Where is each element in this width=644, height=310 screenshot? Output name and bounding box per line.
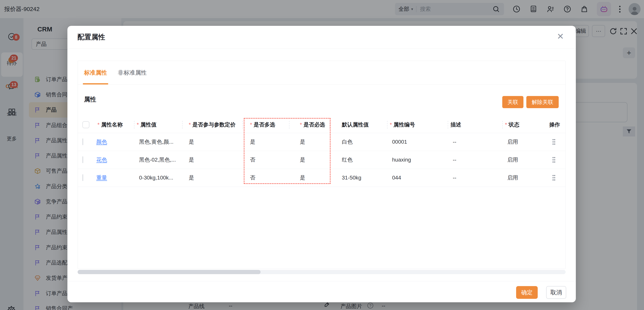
- cell-attr-value: 黑色,黄色,颜...: [134, 138, 182, 146]
- cell-param-pricing: 是: [182, 156, 242, 163]
- dialog-close-icon[interactable]: ✕: [555, 31, 566, 42]
- col-status: *状态: [502, 117, 536, 133]
- col-actions: 操作: [536, 117, 566, 133]
- associate-button[interactable]: 关联: [502, 96, 524, 108]
- attr-name-link[interactable]: 花色: [96, 157, 107, 163]
- required-mark: *: [98, 122, 100, 128]
- disassociate-button[interactable]: 解除关联: [526, 96, 559, 108]
- table-row: 花色 黑色-02,黑色,... 是 否 是 红色 huaxing -- 启用: [78, 151, 566, 169]
- section-title: 属性: [84, 95, 96, 104]
- divider: [68, 49, 576, 49]
- col-attr-value: *属性值: [134, 117, 182, 133]
- cell-default-value: 红色: [330, 156, 387, 163]
- cancel-button[interactable]: 取消: [546, 286, 566, 299]
- cell-attr-code: 044: [387, 175, 448, 181]
- cell-param-pricing: 是: [182, 138, 242, 146]
- col-label: 操作: [549, 121, 560, 128]
- col-label: 是否多选: [254, 121, 275, 128]
- cell-attr-value: 黑色-02,黑色,...: [134, 156, 182, 163]
- cell-multi-select: 是: [242, 138, 289, 146]
- cell-attr-value: 0-30kg,100k...: [134, 175, 182, 181]
- col-label: 默认属性值: [342, 121, 369, 128]
- required-mark: *: [189, 122, 191, 128]
- col-default-value: 默认属性值: [330, 117, 387, 133]
- cell-attr-code: 00001: [387, 139, 448, 145]
- attr-name-link[interactable]: 重量: [96, 175, 107, 181]
- table-header-row: *属性名称 *属性值 *是否参与参数定价 *是否多选 *是否必选 默认属性值 *…: [78, 117, 566, 133]
- col-label: 属性编号: [394, 121, 415, 128]
- drag-handle-icon[interactable]: [552, 174, 566, 181]
- cell-description: --: [448, 139, 502, 145]
- tab-standard-attributes[interactable]: 标准属性: [84, 61, 107, 84]
- configure-attributes-dialog: 配置属性 ✕ 标准属性 非标准属性 属性 关联 解除关联 *属性名称 *属性值 …: [68, 26, 576, 302]
- horizontal-scrollbar[interactable]: [78, 270, 566, 274]
- footer-divider: [68, 281, 576, 281]
- cell-required: 是: [289, 138, 330, 146]
- cell-description: --: [448, 175, 502, 181]
- cell-status: 启用: [502, 156, 536, 163]
- cell-param-pricing: 是: [182, 174, 242, 181]
- col-required: *是否必选: [289, 117, 330, 133]
- cell-default-value: 31-50kg: [330, 175, 387, 181]
- cell-required: 是: [289, 174, 330, 181]
- col-attr-code: *属性编号: [387, 117, 448, 133]
- confirm-button[interactable]: 确定: [516, 286, 538, 299]
- col-label: 状态: [508, 121, 520, 128]
- cell-multi-select: 否: [242, 156, 289, 163]
- select-all-checkbox[interactable]: [82, 121, 89, 128]
- col-label: 是否参与参数定价: [192, 121, 236, 128]
- table-row: 重量 0-30kg,100k... 是 否 是 31-50kg 044 -- 启…: [78, 169, 566, 187]
- col-description: 描述: [448, 117, 502, 133]
- row-checkbox[interactable]: [82, 174, 83, 181]
- required-mark: *: [300, 122, 302, 128]
- col-label: 属性名称: [101, 121, 123, 128]
- col-label: 描述: [450, 121, 461, 128]
- row-checkbox[interactable]: [82, 156, 83, 163]
- col-param-pricing: *是否参与参数定价: [182, 117, 242, 133]
- attributes-panel: 标准属性 非标准属性 属性 关联 解除关联 *属性名称 *属性值 *是否参与参数…: [78, 61, 566, 269]
- required-mark: *: [505, 122, 507, 128]
- scrollbar-thumb[interactable]: [78, 270, 260, 274]
- tab-bar: 标准属性 非标准属性: [78, 61, 566, 84]
- row-checkbox[interactable]: [82, 138, 83, 145]
- required-mark: *: [137, 122, 139, 128]
- cell-description: --: [448, 157, 502, 163]
- col-attr-name: *属性名称: [95, 117, 134, 133]
- drag-handle-icon[interactable]: [552, 138, 566, 145]
- required-mark: *: [250, 122, 252, 128]
- table-row: 颜色 黑色,黄色,颜... 是 是 是 白色 00001 -- 启用: [78, 133, 566, 151]
- dialog-title: 配置属性: [78, 32, 105, 42]
- required-mark: *: [390, 122, 392, 128]
- tab-nonstandard-attributes[interactable]: 非标准属性: [118, 61, 147, 84]
- header-checkbox-cell: [78, 117, 95, 133]
- cell-status: 启用: [502, 174, 536, 181]
- cell-attr-code: huaxing: [387, 157, 448, 163]
- cell-required: 是: [289, 156, 330, 163]
- col-multi-select: *是否多选: [242, 117, 289, 133]
- cell-status: 启用: [502, 138, 536, 146]
- col-label: 属性值: [140, 121, 156, 128]
- cell-multi-select: 否: [242, 174, 289, 181]
- cell-default-value: 白色: [330, 138, 387, 146]
- attr-name-link[interactable]: 颜色: [96, 139, 107, 145]
- drag-handle-icon[interactable]: [552, 156, 566, 163]
- col-label: 是否必选: [304, 121, 325, 128]
